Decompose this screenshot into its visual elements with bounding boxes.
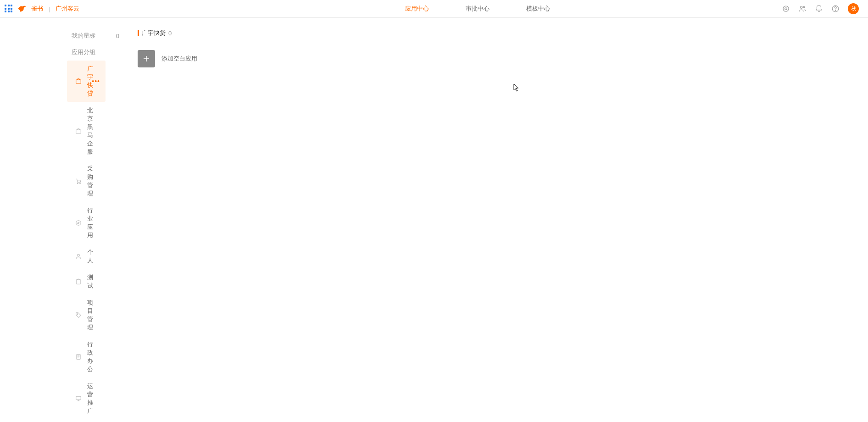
content-header: 广宇快贷 0 [138, 29, 850, 37]
sidebar-group-item-7[interactable]: 行政办公 [67, 336, 106, 378]
sidebar-group-item-8[interactable]: 运营推广 [67, 378, 106, 419]
user-icon [75, 253, 82, 260]
help-icon[interactable] [831, 5, 840, 13]
brand-name[interactable]: 雀书 [31, 5, 43, 13]
briefcase-icon [75, 78, 82, 84]
add-blank-app-card[interactable]: 添加空白应用 [138, 50, 229, 67]
sidebar-group-label: 行业应用 [87, 206, 97, 239]
monitor-icon [75, 395, 82, 402]
contacts-icon[interactable] [798, 5, 807, 13]
svg-point-10 [76, 221, 81, 226]
bell-icon[interactable] [815, 5, 823, 13]
content-count: 0 [168, 30, 172, 37]
cart-icon [75, 178, 82, 184]
org-name[interactable]: 广州客云 [56, 5, 79, 13]
apps-grid-icon[interactable] [5, 5, 13, 13]
svg-point-9 [80, 183, 81, 184]
sidebar-group-label: 北京黑马企服 [87, 106, 97, 156]
main-layout: 我的星标 0 应用分组 广宇快贷•••北京黑马企服采购管理行业应用个人测试项目管… [0, 18, 868, 422]
plus-box-icon [138, 50, 155, 67]
sidebar-group-item-1[interactable]: 北京黑马企服 [67, 102, 106, 160]
svg-rect-7 [76, 130, 81, 133]
more-dots-icon[interactable]: ••• [92, 78, 100, 85]
sidebar-group-item-5[interactable]: 测试 [67, 269, 106, 294]
sidebar-group-label: 行政办公 [87, 340, 97, 373]
sidebar-group-item-0[interactable]: 广宇快贷••• [67, 61, 106, 102]
svg-point-11 [78, 254, 80, 256]
sidebar-group-label: 项目管理 [87, 299, 97, 332]
svg-point-1 [783, 6, 789, 11]
tag-icon [75, 312, 82, 318]
nav-approval-center[interactable]: 审批中心 [466, 0, 490, 17]
header-right: 秋 [782, 3, 859, 14]
sidebar-group-label: 个人 [87, 248, 97, 265]
accent-bar [138, 30, 139, 36]
header-nav: 应用中心 审批中心 模板中心 [405, 0, 550, 17]
nav-template-center[interactable]: 模板中心 [526, 0, 550, 17]
svg-point-14 [77, 314, 78, 315]
sidebar-group-label: 采购管理 [87, 165, 97, 198]
svg-point-0 [785, 8, 787, 10]
briefcase-icon [75, 128, 82, 134]
sidebar-group-item-4[interactable]: 个人 [67, 244, 106, 269]
sidebar-group-header: 应用分组 [72, 44, 138, 60]
sidebar: 我的星标 0 应用分组 广宇快贷•••北京黑马企服采购管理行业应用个人测试项目管… [0, 18, 138, 422]
header-left: 雀书 | 广州客云 [5, 4, 79, 13]
star-count: 0 [116, 33, 119, 39]
svg-rect-6 [76, 80, 81, 83]
top-header: 雀书 | 广州客云 应用中心 审批中心 模板中心 秋 [0, 0, 868, 18]
brand-divider: | [49, 6, 50, 12]
sidebar-group-item-2[interactable]: 采购管理 [67, 161, 106, 202]
compass-icon [75, 220, 82, 226]
add-blank-app-label: 添加空白应用 [161, 55, 197, 63]
sidebar-group-item-3[interactable]: 行业应用 [67, 202, 106, 244]
sidebar-my-stars[interactable]: 我的星标 0 [72, 28, 119, 44]
document-icon [75, 354, 82, 360]
clipboard-icon [75, 278, 82, 285]
sidebar-group-item-6[interactable]: 项目管理 [67, 294, 106, 336]
sidebar-group-label: 测试 [87, 273, 97, 290]
sidebar-group-label: 运营推广 [87, 382, 97, 415]
avatar[interactable]: 秋 [848, 3, 859, 14]
scan-icon[interactable] [782, 5, 790, 13]
star-label: 我的星标 [72, 32, 95, 40]
bird-logo-icon [17, 4, 27, 13]
svg-point-2 [801, 6, 803, 9]
svg-point-5 [835, 10, 836, 11]
content-title: 广宇快贷 [142, 29, 166, 37]
svg-point-8 [77, 183, 78, 184]
svg-point-3 [803, 6, 805, 8]
sidebar-group-item-9[interactable]: 财务 [67, 420, 106, 422]
content-area: 广宇快贷 0 添加空白应用 [138, 18, 868, 422]
nav-app-center[interactable]: 应用中心 [405, 0, 429, 17]
svg-rect-16 [76, 396, 81, 400]
